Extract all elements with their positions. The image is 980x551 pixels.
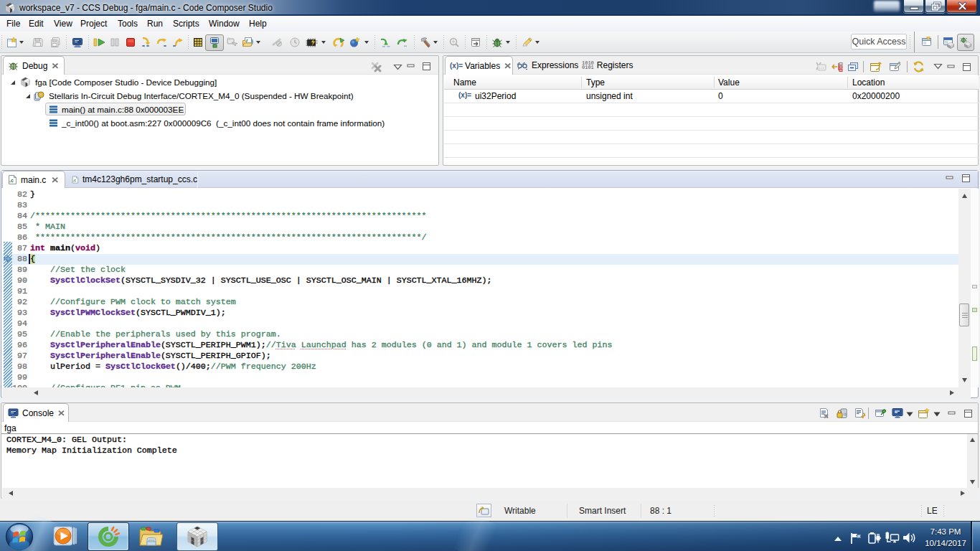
svg-text:.c: .c [9,178,14,183]
svg-text:.c: .c [73,178,76,182]
